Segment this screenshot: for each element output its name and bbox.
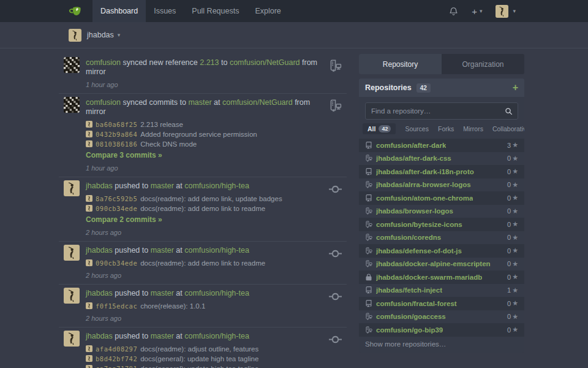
fork-mirror-icon — [365, 247, 372, 255]
feed-link[interactable]: master — [188, 98, 211, 107]
commit-sha-link[interactable]: 0810386186 — [96, 140, 137, 148]
repo-list-item[interactable]: jhabdas/docker-swarm-mariadb 0 ★ — [359, 270, 524, 284]
repo-list-item[interactable]: comfusion/bytesize-icons 0 ★ — [359, 218, 524, 231]
compare-link[interactable]: Compare 3 commits » — [86, 151, 162, 159]
feed-text: pushed to — [113, 332, 151, 340]
user-menu[interactable]: ▾ — [496, 5, 516, 18]
create-new-menu[interactable]: + ▾ — [472, 6, 482, 17]
feed-link[interactable]: master — [151, 182, 174, 190]
fork-mirror-icon — [365, 313, 372, 320]
commit-sha-link[interactable]: f0f15edcac — [96, 302, 137, 310]
nav-item-dashboard[interactable]: Dashboard — [92, 0, 146, 22]
star-icon: ★ — [512, 247, 518, 255]
context-user-switcher[interactable]: jhabdas ▾ — [87, 31, 120, 39]
actor-avatar[interactable] — [64, 245, 80, 261]
feed-link[interactable]: jhabdas — [86, 332, 113, 340]
feed-text: at — [174, 289, 184, 297]
feed-link[interactable]: master — [151, 289, 174, 297]
filter-collaborative[interactable]: Collaborative — [492, 125, 524, 132]
star-count: 0 — [507, 155, 511, 162]
repo-list-item[interactable]: jhabdas/alrra-browser-logos 0 ★ — [359, 178, 524, 192]
feed-link[interactable]: comfusion/high-tea — [184, 246, 249, 255]
star-icon: ★ — [512, 155, 518, 163]
commit-sha-link[interactable]: 090cb34ede — [96, 205, 137, 212]
commit-sha-link[interactable]: ca7aa71781 — [96, 365, 137, 368]
compare-link[interactable]: Compare 2 commits » — [86, 215, 162, 224]
star-icon: ★ — [512, 299, 518, 307]
commit-sha-link[interactable]: 0432b9a864 — [96, 131, 137, 138]
repo-list-item[interactable]: jhabdas/defense-of-dot-js 0 ★ — [359, 244, 524, 258]
search-icon[interactable] — [505, 107, 513, 115]
show-more-repositories-link[interactable]: Show more repositories… — [359, 337, 524, 353]
repo-list-item[interactable]: comfusion/atom-one-chroma 0 ★ — [359, 191, 524, 205]
commit-line: 090cb34ededocs(readme): add demo link to… — [86, 258, 323, 267]
feed-link[interactable]: comfusion/high-tea — [184, 332, 249, 340]
repo-list-item[interactable]: comfusion/fractal-forest 0 ★ — [359, 297, 524, 310]
repo-list-item[interactable]: jhabdas/docker-alpine-emscripten 0 ★ — [359, 258, 524, 271]
repo-list-item[interactable]: jhabdas/fetch-inject 1 ★ — [359, 284, 524, 297]
actor-avatar[interactable] — [64, 288, 80, 304]
repo-stars: 0 ★ — [507, 167, 518, 175]
filter-sources[interactable]: Sources — [405, 125, 429, 132]
repo-search-input[interactable] — [365, 102, 518, 120]
feed-link[interactable]: jhabdas — [86, 246, 113, 255]
star-icon: ★ — [512, 234, 518, 242]
context-switcher-bar: jhabdas ▾ — [0, 22, 588, 48]
feed-link[interactable]: comfusion/NetGuard — [222, 98, 293, 107]
feed-link[interactable]: jhabdas — [86, 289, 113, 297]
feed-link[interactable]: comfusion — [86, 98, 121, 107]
repo-name: comfusion/after-dark — [376, 142, 446, 149]
commit-sha-link[interactable]: afa4d08297 — [96, 345, 137, 353]
notifications-bell-icon[interactable] — [449, 7, 458, 16]
commit-line: ba60a68f252.213 release — [86, 120, 323, 129]
nav-item-explore[interactable]: Explore — [247, 0, 288, 22]
commit-sha-link[interactable]: 090cb34ede — [96, 259, 137, 267]
repo-list-item[interactable]: comfusion/go-bip39 0 ★ — [359, 323, 524, 337]
star-count: 0 — [507, 194, 511, 202]
feed-link[interactable]: comfusion/high-tea — [184, 289, 249, 297]
feed-link[interactable]: comfusion/high-tea — [184, 182, 249, 190]
feed-header: comfusion synced new reference 2.213 to … — [86, 57, 323, 77]
filter-forks[interactable]: Forks — [438, 125, 454, 132]
feed-link[interactable]: master — [151, 332, 174, 340]
commit-message: docs(general): update high tea tagline — [140, 365, 258, 368]
feed-timestamp: 2 hours ago — [86, 315, 323, 322]
feed-link[interactable]: comfusion — [86, 58, 121, 67]
repo-list-item[interactable]: comfusion/coredns 0 ★ — [359, 231, 524, 245]
commit-sha-link[interactable]: ba60a68f25 — [96, 121, 137, 128]
tab-organization[interactable]: Organization — [442, 54, 524, 74]
repo-name: jhabdas/docker-alpine-emscripten — [376, 260, 491, 267]
feed-body: jhabdas pushed to master at comfusion/hi… — [86, 245, 323, 279]
nav-item-issues[interactable]: Issues — [146, 0, 184, 22]
repo-list-item[interactable]: jhabdas/browser-logos 0 ★ — [359, 205, 524, 218]
repo-list-item[interactable]: jhabdas/after-dark-i18n-proto 0 ★ — [359, 165, 524, 178]
commit-sha-link[interactable]: 8a76c592b5 — [96, 195, 137, 202]
filter-mirrors[interactable]: Mirrors — [463, 125, 483, 132]
repo-list-item[interactable]: jhabdas/after-dark-css 0 ★ — [359, 152, 524, 166]
commit-sha-link[interactable]: b8d42bf742 — [96, 355, 137, 362]
add-repository-button[interactable]: + — [513, 83, 518, 93]
repo-list-item[interactable]: comfusion/goaccess 0 ★ — [359, 310, 524, 324]
actor-avatar[interactable] — [64, 331, 80, 347]
nav-item-pull-requests[interactable]: Pull Requests — [184, 0, 247, 22]
commit-line: afa4d08297docs(readme): adjust outline, … — [86, 344, 323, 353]
feed-link[interactable]: jhabdas — [86, 182, 113, 190]
repo-name: jhabdas/fetch-inject — [376, 286, 442, 294]
actor-avatar[interactable] — [64, 97, 80, 113]
filter-all[interactable]: All 42 — [363, 123, 396, 134]
repo-icon — [365, 142, 372, 149]
star-count: 0 — [507, 313, 511, 320]
actor-avatar[interactable] — [64, 57, 80, 73]
actor-avatar[interactable] — [64, 180, 80, 196]
gitea-logo[interactable] — [69, 4, 83, 18]
repo-stars: 0 ★ — [507, 155, 518, 163]
committer-avatar — [86, 345, 92, 352]
tab-repository[interactable]: Repository — [359, 54, 442, 74]
commit-icon — [329, 183, 342, 196]
repo-list-item[interactable]: comfusion/after-dark 3 ★ — [359, 139, 524, 152]
feed-link[interactable]: master — [151, 246, 174, 255]
commit-message: Check DNS mode — [140, 140, 197, 148]
committer-avatar — [86, 302, 92, 309]
feed-link[interactable]: comfusion/NetGuard — [230, 58, 300, 67]
feed-link[interactable]: 2.213 — [200, 58, 219, 67]
